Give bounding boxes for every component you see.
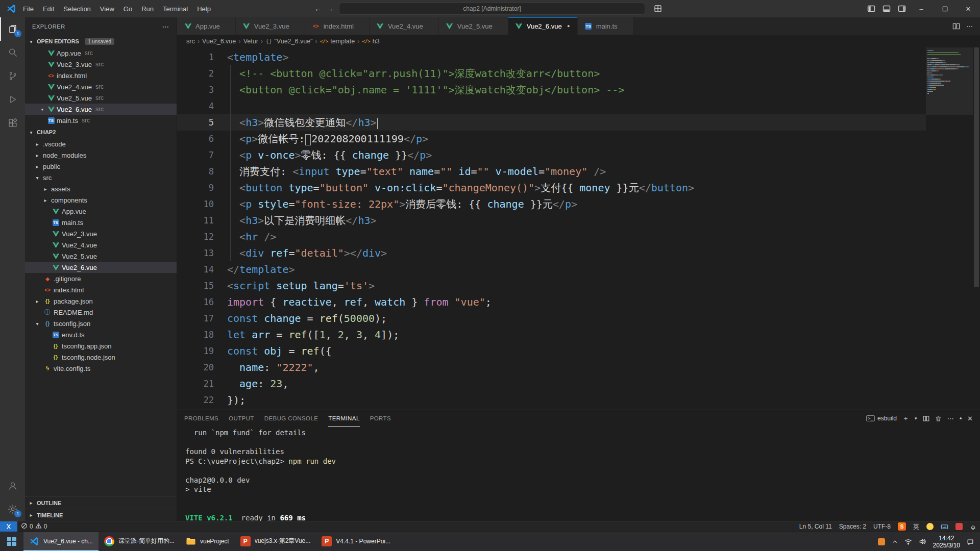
accounts-icon[interactable] bbox=[0, 474, 25, 497]
editor-pane[interactable]: 1<template>2 <!-- <button @click="arr.pu… bbox=[177, 47, 980, 410]
toggle-secondary-sidebar-icon[interactable] bbox=[894, 2, 910, 16]
settings-icon[interactable]: 1 bbox=[0, 497, 25, 521]
code-line-5[interactable]: 5 <h3>微信钱包变更通知</h3> bbox=[177, 114, 926, 131]
menu-selection[interactable]: Selection bbox=[59, 3, 95, 15]
tab-Vue2_5.vue[interactable]: Vue2_5.vue bbox=[439, 17, 508, 35]
code-line-17[interactable]: 17const change = ref(50000); bbox=[177, 310, 926, 327]
indentation-setting[interactable]: Spaces: 2 bbox=[836, 521, 870, 532]
tree-item-src[interactable]: ▾src bbox=[25, 172, 177, 183]
taskbar-item-2[interactable]: 课堂派-简单好用的... bbox=[99, 532, 180, 551]
taskbar-item-5[interactable]: PV4.4.1 - PowerPoi... bbox=[316, 532, 396, 551]
run-and-debug-icon[interactable] bbox=[0, 88, 25, 111]
tree-item-App.vue[interactable]: App.vue bbox=[25, 206, 177, 217]
minimap[interactable] bbox=[926, 47, 973, 410]
open-editor-Vue2_4.vue[interactable]: Vue2_4.vuesrc bbox=[25, 81, 177, 92]
tab-Vue2_3.vue[interactable]: Vue2_3.vue bbox=[236, 17, 305, 35]
taskbar-item-4[interactable]: Pvuejs3.x-第2章Vue... bbox=[235, 532, 316, 551]
menu-run[interactable]: Run bbox=[137, 3, 158, 15]
notification-center-icon[interactable] bbox=[967, 538, 974, 545]
code-line-7[interactable]: 7 <p v-once>零钱: {{ change }}</p> bbox=[177, 147, 926, 163]
taskbar-item-1[interactable]: Vue2_6.vue - ch... bbox=[23, 532, 99, 551]
code-line-8[interactable]: 8 消费支付: <input type="text" name="" id=""… bbox=[177, 163, 926, 180]
code-line-15[interactable]: 15<script setup lang='ts'> bbox=[177, 278, 926, 294]
cursor-position[interactable]: Ln 5, Col 11 bbox=[796, 521, 836, 532]
code-line-13[interactable]: 13 <div ref="detail"></div> bbox=[177, 245, 926, 261]
breadcrumb-item[interactable]: Vue2_6.vue bbox=[202, 38, 236, 45]
code-line-19[interactable]: 19const obj = ref({ bbox=[177, 343, 926, 359]
extensions-icon[interactable] bbox=[0, 111, 25, 135]
toggle-sidebar-icon[interactable] bbox=[864, 2, 879, 16]
code-area[interactable]: 1<template>2 <!-- <button @click="arr.pu… bbox=[177, 47, 926, 410]
open-editor-Vue2_3.vue[interactable]: Vue2_3.vuesrc bbox=[25, 59, 177, 70]
maximize-button[interactable] bbox=[933, 0, 957, 17]
tree-item-public[interactable]: ▸public bbox=[25, 161, 177, 172]
code-line-4[interactable]: 4 bbox=[177, 98, 926, 114]
terminal-dropdown-icon[interactable]: ▾ bbox=[915, 416, 917, 421]
code-line-1[interactable]: 1<template> bbox=[177, 49, 926, 65]
code-line-16[interactable]: 16import { reactive, ref, watch } from "… bbox=[177, 294, 926, 310]
tree-item-Vue2_3.vue[interactable]: Vue2_3.vue bbox=[25, 228, 177, 239]
maximize-panel-icon[interactable]: ▾ bbox=[960, 416, 962, 421]
menu-view[interactable]: View bbox=[95, 3, 119, 15]
tree-item-components[interactable]: ▸components bbox=[25, 194, 177, 206]
code-line-12[interactable]: 12 <hr /> bbox=[177, 229, 926, 245]
tree-item-env.d.ts[interactable]: TSenv.d.ts bbox=[25, 329, 177, 340]
tree-item-Vue2_4.vue[interactable]: Vue2_4.vue bbox=[25, 239, 177, 251]
ime-language-indicator[interactable]: 英 bbox=[910, 521, 923, 532]
tree-item-main.ts[interactable]: TSmain.ts bbox=[25, 217, 177, 228]
open-editors-header[interactable]: ▾ OPEN EDITORS 1 unsaved bbox=[25, 35, 177, 47]
volume-icon[interactable] bbox=[919, 538, 926, 545]
emoji-picker-icon[interactable] bbox=[923, 521, 937, 532]
split-terminal-icon[interactable] bbox=[923, 415, 929, 422]
timeline-section[interactable]: ▸ TIMELINE bbox=[25, 509, 177, 521]
tree-item-package.json[interactable]: ▸{}package.json bbox=[25, 295, 177, 307]
toggle-panel-icon[interactable] bbox=[879, 2, 894, 16]
code-line-14[interactable]: 14</template> bbox=[177, 261, 926, 278]
sogou-ime-icon[interactable]: S bbox=[894, 521, 910, 532]
code-line-2[interactable]: 2 <!-- <button @click="arr.push(11)">深度w… bbox=[177, 65, 926, 82]
tree-item-.gitignore[interactable]: ◆.gitignore bbox=[25, 273, 177, 284]
menu-terminal[interactable]: Terminal bbox=[158, 3, 192, 15]
tray-expand-icon[interactable] bbox=[892, 539, 898, 545]
minimize-button[interactable]: – bbox=[910, 0, 933, 17]
open-editor-main.ts[interactable]: TSmain.tssrc bbox=[25, 115, 177, 126]
menu-file[interactable]: File bbox=[18, 3, 38, 15]
new-terminal-icon[interactable]: ＋ bbox=[902, 414, 909, 423]
menu-edit[interactable]: Edit bbox=[38, 3, 59, 15]
panel-tab-ports[interactable]: PORTS bbox=[370, 410, 391, 427]
tree-item-tsconfig.app.json[interactable]: {}tsconfig.app.json bbox=[25, 340, 177, 352]
toolbox-icon[interactable] bbox=[952, 521, 966, 532]
code-line-22[interactable]: 22}); bbox=[177, 392, 926, 408]
tab-Vue2_6.vue[interactable]: Vue2_6.vue● bbox=[508, 17, 578, 35]
network-icon[interactable] bbox=[904, 538, 912, 545]
remote-indicator[interactable] bbox=[0, 521, 17, 532]
open-editor-Vue2_5.vue[interactable]: Vue2_5.vuesrc bbox=[25, 92, 177, 104]
editor-scrollbar[interactable] bbox=[973, 47, 980, 410]
search-icon[interactable] bbox=[0, 41, 25, 64]
back-icon[interactable]: ← bbox=[314, 5, 322, 13]
problems-status[interactable]: 0 0 bbox=[17, 521, 51, 532]
panel-tab-output[interactable]: OUTPUT bbox=[229, 410, 254, 427]
panel-tab-terminal[interactable]: TERMINAL bbox=[328, 410, 359, 427]
taskbar-item-3[interactable]: vueProject bbox=[180, 532, 235, 551]
tree-item-vite.config.ts[interactable]: ϟvite.config.ts bbox=[25, 363, 177, 374]
open-editor-App.vue[interactable]: App.vuesrc bbox=[25, 47, 177, 59]
source-control-icon[interactable] bbox=[0, 64, 25, 88]
tab-main.ts[interactable]: TSmain.ts bbox=[578, 17, 633, 35]
open-editor-Vue2_6.vue[interactable]: ●Vue2_6.vuesrc bbox=[25, 104, 177, 115]
kill-terminal-icon[interactable] bbox=[935, 415, 942, 422]
encoding-setting[interactable]: UTF-8 bbox=[870, 521, 894, 532]
project-header[interactable]: ▾ CHAP2 bbox=[25, 126, 177, 138]
breadcrumb-item[interactable]: {}"Vue2_6.vue" bbox=[265, 38, 312, 45]
tab-index.html[interactable]: <>index.html bbox=[305, 17, 370, 35]
breadcrumb-item[interactable]: </>h3 bbox=[362, 38, 379, 45]
panel-tab-debug-console[interactable]: DEBUG CONSOLE bbox=[264, 410, 318, 427]
open-editor-index.html[interactable]: <>index.html bbox=[25, 70, 177, 81]
code-line-20[interactable]: 20 name: "2222", bbox=[177, 359, 926, 375]
terminal-output[interactable]: run `npm fund` for details found 0 vulne… bbox=[177, 427, 980, 521]
breadcrumb-item[interactable]: Vetur bbox=[243, 38, 258, 45]
code-line-21[interactable]: 21 age: 23, bbox=[177, 375, 926, 392]
menu-go[interactable]: Go bbox=[119, 3, 137, 15]
command-center-search[interactable]: chap2 [Administrator] bbox=[339, 3, 645, 15]
start-button[interactable] bbox=[0, 532, 23, 551]
